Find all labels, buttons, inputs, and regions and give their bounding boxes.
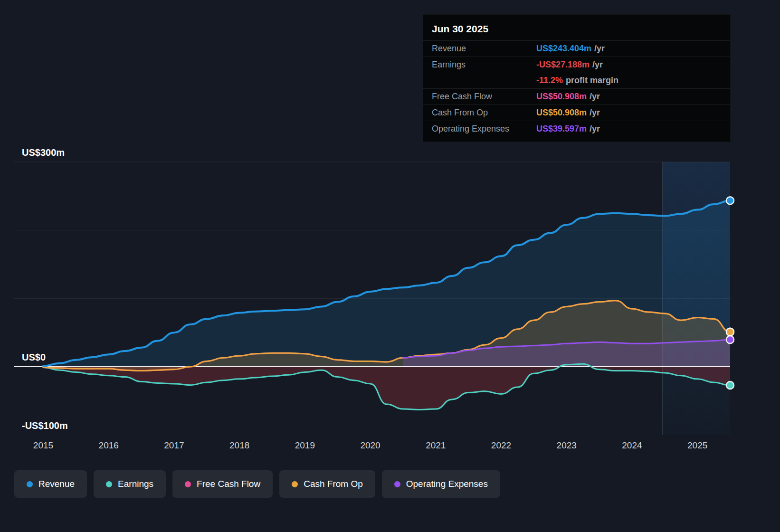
- tooltip-row-suffix: /yr: [594, 44, 605, 54]
- tooltip-row: Cash From OpUS$50.908m/yr: [423, 104, 730, 121]
- legend-label: Free Cash Flow: [197, 479, 260, 489]
- x-axis-label: 2021: [426, 440, 446, 450]
- x-axis-label: 2020: [360, 440, 380, 450]
- earnings-revenue-history-page: US$300mUS$0-US$100m201520162017201820192…: [0, 0, 780, 532]
- y-axis-label: US$300m: [22, 147, 65, 158]
- tooltip-row: -11.2%profit margin: [423, 73, 730, 88]
- tooltip-row: Operating ExpensesUS$39.597m/yr: [423, 121, 730, 137]
- x-axis-label: 2024: [622, 440, 642, 450]
- endpoint-marker-revenue: [726, 197, 734, 204]
- tooltip-row-value: US$39.597m: [536, 124, 587, 134]
- chart-tooltip: Jun 30 2025 RevenueUS$243.404m/yrEarning…: [423, 14, 731, 142]
- x-axis-label: 2016: [99, 440, 119, 450]
- x-axis-label: 2015: [33, 440, 53, 450]
- legend-item-cash-from-op[interactable]: Cash From Op: [279, 470, 375, 498]
- legend-label: Cash From Op: [304, 479, 363, 489]
- tooltip-row: Free Cash FlowUS$50.908m/yr: [423, 88, 730, 104]
- tooltip-row-label: Operating Expenses: [432, 124, 536, 134]
- tooltip-row-label: Earnings: [432, 60, 536, 70]
- y-axis-label: US$0: [22, 352, 46, 362]
- tooltip-row-suffix: profit margin: [566, 76, 618, 86]
- endpoint-marker-cash-from-op: [726, 328, 734, 336]
- x-axis-label: 2019: [295, 440, 315, 450]
- tooltip-row-suffix: /yr: [590, 108, 600, 118]
- x-axis-label: 2017: [164, 440, 184, 450]
- tooltip-rows: RevenueUS$243.404m/yrEarnings-US$27.188m…: [423, 40, 730, 137]
- x-axis-label: 2022: [491, 440, 511, 450]
- tooltip-date: Jun 30 2025: [423, 22, 730, 40]
- legend-label: Operating Expenses: [406, 479, 488, 489]
- tooltip-row-label: Free Cash Flow: [432, 92, 536, 102]
- tooltip-row-value: US$243.404m: [536, 44, 591, 54]
- legend-label: Earnings: [118, 479, 153, 489]
- tooltip-row-value: US$50.908m: [536, 108, 587, 118]
- endpoint-marker-earnings: [726, 381, 734, 389]
- x-axis-label: 2023: [557, 440, 577, 450]
- legend-item-free-cash-flow[interactable]: Free Cash Flow: [172, 470, 273, 498]
- legend-dot-icon: [106, 481, 112, 487]
- tooltip-row: Earnings-US$27.188m/yr: [423, 57, 730, 73]
- y-axis-label: -US$100m: [22, 420, 68, 431]
- legend-dot-icon: [292, 481, 298, 487]
- tooltip-row-suffix: /yr: [590, 92, 600, 102]
- legend-item-operating-expenses[interactable]: Operating Expenses: [382, 470, 500, 498]
- tooltip-row-value: US$50.908m: [536, 92, 587, 102]
- legend-dot-icon: [185, 481, 191, 487]
- tooltip-row: RevenueUS$243.404m/yr: [423, 40, 730, 57]
- tooltip-row-label: Revenue: [432, 44, 536, 54]
- legend-item-revenue[interactable]: Revenue: [14, 470, 87, 498]
- legend-dot-icon: [27, 481, 33, 487]
- tooltip-row-suffix: /yr: [592, 60, 603, 70]
- chart-legend: RevenueEarningsFree Cash FlowCash From O…: [14, 470, 500, 498]
- endpoint-marker-operating-expenses: [726, 336, 734, 343]
- x-axis-label: 2025: [687, 440, 707, 450]
- tooltip-row-label: Cash From Op: [432, 108, 536, 118]
- x-axis-label: 2018: [229, 440, 249, 450]
- legend-dot-icon: [394, 481, 400, 487]
- tooltip-row-suffix: /yr: [590, 124, 600, 134]
- tooltip-row-value: -11.2%: [536, 76, 563, 86]
- legend-label: Revenue: [38, 479, 75, 489]
- tooltip-row-value: -US$27.188m: [536, 60, 590, 70]
- legend-item-earnings[interactable]: Earnings: [94, 470, 166, 498]
